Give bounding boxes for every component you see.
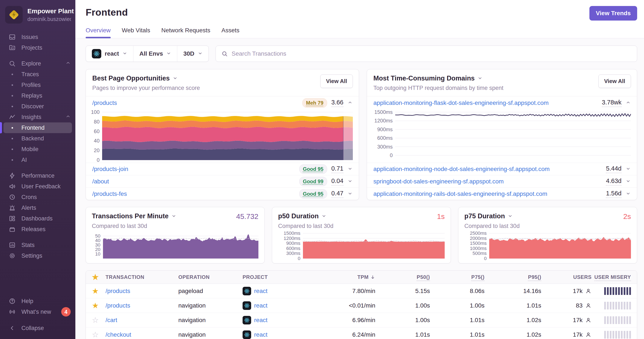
transaction-link[interactable]: /products-join	[92, 166, 128, 172]
opportunities-view-all-button[interactable]: View All	[320, 74, 353, 88]
opportunity-row-expanded[interactable]: /products Meh 79 3.66	[86, 96, 359, 110]
opportunity-row[interactable]: /products-join Good 95 0.71	[86, 163, 359, 175]
transaction-link[interactable]: /about	[92, 178, 109, 185]
project-filter[interactable]: react	[86, 46, 133, 62]
col-p50[interactable]: P50()	[375, 274, 430, 280]
chevron-up-icon[interactable]	[348, 99, 352, 106]
col-operation[interactable]: Operation	[178, 274, 242, 280]
sidebar-item-settings[interactable]: Settings	[0, 250, 75, 261]
view-trends-button[interactable]: View Trends	[590, 6, 637, 20]
sidebar-item-discover[interactable]: Discover	[0, 101, 75, 112]
area-chart[interactable]	[489, 233, 631, 259]
sidebar-item-releases[interactable]: Releases	[0, 224, 75, 235]
domain-time-value[interactable]: 3.78wk	[602, 99, 622, 107]
p50-title-dropdown[interactable]: p50 Duration	[278, 212, 326, 220]
sidebar-item-crons[interactable]: Crons	[0, 192, 75, 202]
p75-title-dropdown[interactable]: p75 Duration	[464, 212, 512, 220]
sidebar-item-performance[interactable]: Performance	[0, 170, 75, 181]
transaction-link[interactable]: /products-fes	[92, 190, 127, 197]
sidebar-item-dashboards[interactable]: Dashboards	[0, 213, 75, 224]
area-chart[interactable]	[103, 233, 258, 259]
sidebar-item-stats[interactable]: Stats	[0, 240, 75, 250]
chevron-down-icon[interactable]	[348, 190, 352, 197]
sidebar-item-projects[interactable]: Projects	[0, 42, 75, 53]
tab-overview[interactable]: Overview	[86, 27, 111, 38]
sidebar-item-profiles[interactable]: Profiles	[0, 80, 75, 90]
star-toggle[interactable]: ☆	[92, 331, 106, 339]
project-cell[interactable]: react	[242, 287, 311, 295]
domain-link[interactable]: springboot-dot-sales-engineering-sf.apps…	[374, 178, 504, 185]
score-badge[interactable]: Good 95	[299, 189, 327, 199]
col-project[interactable]: Project	[242, 274, 311, 280]
domain-time-value[interactable]: 5.44d	[606, 165, 622, 173]
opportunity-row[interactable]: /products-fes Good 95 0.47	[86, 187, 359, 200]
date-range-filter[interactable]: 30D	[177, 46, 208, 62]
org-switcher[interactable]: Empower Plant dominik.buszowiec…	[0, 0, 75, 29]
transaction-link[interactable]: /products	[106, 288, 178, 295]
sidebar-item-frontend[interactable]: Frontend	[4, 122, 72, 133]
score-badge[interactable]: Meh 79	[302, 98, 327, 108]
transaction-link[interactable]: /checkout	[106, 331, 178, 338]
domain-time-value[interactable]: 1.56d	[606, 190, 622, 198]
tab-web-vitals[interactable]: Web Vitals	[122, 27, 150, 38]
area-chart[interactable]	[303, 233, 445, 259]
score-badge[interactable]: Good 99	[299, 177, 327, 186]
opportunity-row[interactable]: /about Good 99 0.04	[86, 175, 359, 187]
star-toggle[interactable]: ☆	[92, 316, 106, 324]
stacked-area-chart[interactable]	[102, 112, 353, 161]
transaction-link[interactable]: /products	[106, 302, 178, 309]
domain-row[interactable]: springboot-dot-sales-engineering-sf.apps…	[367, 175, 637, 187]
sidebar-item-traces[interactable]: Traces	[0, 69, 75, 80]
domain-row-expanded[interactable]: application-monitoring-flask-dot-sales-e…	[367, 96, 637, 110]
chevron-down-icon[interactable]	[626, 190, 630, 197]
table-row[interactable]: ☆ /checkout navigation react 6.24/min 1.…	[86, 328, 637, 339]
project-cell[interactable]: react	[242, 301, 311, 310]
transaction-link[interactable]: /cart	[106, 317, 178, 324]
tab-network-requests[interactable]: Network Requests	[162, 27, 210, 38]
sidebar-item-alerts[interactable]: Alerts	[0, 202, 75, 213]
sidebar-item-ai[interactable]: AI	[0, 155, 75, 165]
opportunity-score[interactable]: 0.47	[332, 190, 344, 198]
sidebar-item-user-feedback[interactable]: User Feedback	[0, 181, 75, 192]
chevron-down-icon[interactable]	[626, 166, 630, 172]
star-toggle[interactable]: ★	[92, 302, 106, 310]
chevron-up-icon[interactable]	[626, 99, 630, 106]
score-badge[interactable]: Good 95	[299, 164, 327, 174]
domain-row[interactable]: application-monitoring-node-dot-sales-en…	[367, 163, 637, 175]
tpm-title-dropdown[interactable]: Transactions Per Minute	[92, 212, 176, 220]
col-tpm-sorted[interactable]: TPM	[311, 274, 375, 280]
domain-link[interactable]: application-monitoring-flask-dot-sales-e…	[374, 99, 549, 106]
project-cell[interactable]: react	[242, 331, 311, 339]
sidebar-item-explore[interactable]: Explore	[0, 58, 75, 69]
star-toggle[interactable]: ★	[92, 287, 106, 295]
table-row[interactable]: ★ /products navigation react <0.01/min 1…	[86, 298, 637, 313]
table-row[interactable]: ☆ /cart navigation react 6.96/min 1.00s …	[86, 313, 637, 328]
col-p95[interactable]: P95()	[484, 274, 541, 280]
star-icon[interactable]: ★	[92, 273, 106, 281]
transaction-link[interactable]: /products	[92, 99, 117, 106]
chevron-down-icon[interactable]	[626, 178, 630, 185]
chevron-down-icon[interactable]	[348, 166, 352, 172]
domain-time-value[interactable]: 4.63d	[606, 177, 622, 186]
sidebar-item-help[interactable]: Help	[0, 296, 75, 307]
project-cell[interactable]: react	[242, 316, 311, 325]
tab-assets[interactable]: Assets	[222, 27, 239, 38]
col-users[interactable]: Users	[541, 274, 592, 280]
sidebar-item-issues[interactable]: Issues	[0, 32, 75, 42]
search-input[interactable]	[232, 50, 631, 57]
sidebar-collapse-button[interactable]: Collapse	[0, 323, 75, 334]
domain-link[interactable]: application-monitoring-rails-dot-sales-e…	[374, 190, 547, 197]
sidebar-item-replays[interactable]: Replays	[0, 90, 75, 101]
opportunity-score[interactable]: 3.66	[332, 99, 344, 107]
domain-row[interactable]: application-monitoring-rails-dot-sales-e…	[367, 187, 637, 200]
chevron-up-icon[interactable]	[66, 114, 71, 120]
opportunity-score[interactable]: 0.04	[332, 177, 344, 186]
sidebar-item-backend[interactable]: Backend	[0, 133, 75, 144]
table-row[interactable]: ★ /products pageload react 7.80/min 5.15…	[86, 284, 637, 298]
sidebar-item-mobile[interactable]: Mobile	[0, 144, 75, 155]
environment-filter[interactable]: All Envs	[133, 46, 177, 62]
domain-link[interactable]: application-monitoring-node-dot-sales-en…	[374, 166, 550, 172]
sidebar-item-whats-new[interactable]: What's new 4	[0, 307, 75, 317]
chevron-up-icon[interactable]	[66, 60, 71, 67]
col-p75[interactable]: P75()	[430, 274, 484, 280]
